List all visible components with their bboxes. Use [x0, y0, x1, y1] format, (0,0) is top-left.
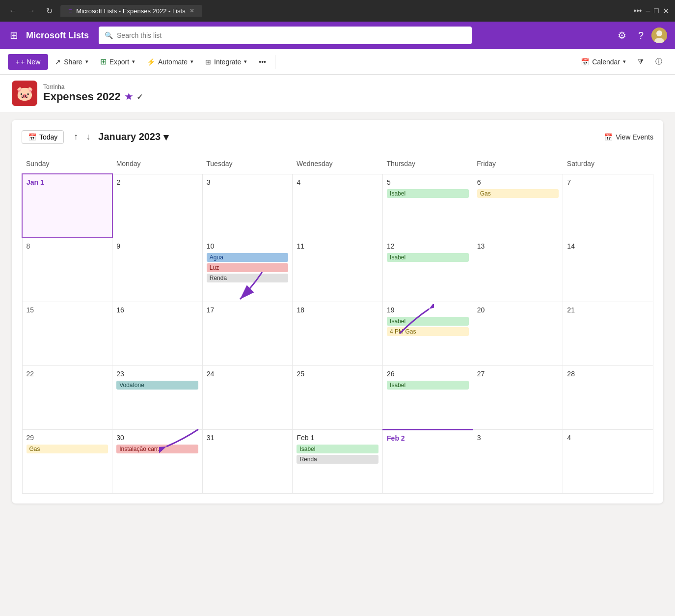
integrate-chevron: ▾ — [244, 58, 247, 65]
header-actions: ⚙ ? — [614, 28, 667, 43]
close-button[interactable]: ✕ — [663, 6, 669, 16]
today-button[interactable]: 📅 Today — [22, 130, 64, 144]
export-button[interactable]: ⊞ Export ▾ — [95, 54, 140, 69]
day-cell[interactable]: 8 — [22, 238, 112, 302]
day-cell[interactable]: 13 — [473, 238, 563, 302]
week-row: 29 Gas 30 Instalação carr... 31 Feb 1 Is… — [22, 429, 653, 493]
day-number: 30 — [116, 434, 198, 442]
info-button[interactable]: ⓘ — [650, 55, 667, 69]
day-cell[interactable]: 25 — [293, 365, 383, 429]
list-owner: Torrinha — [43, 84, 143, 90]
automate-button[interactable]: ⚡ Automate ▾ — [142, 55, 198, 69]
day-cell[interactable]: 11 — [293, 238, 383, 302]
day-cell[interactable]: 29 Gas — [22, 429, 112, 493]
day-cell[interactable]: 26 Isabel — [383, 365, 473, 429]
share-label: Share — [64, 58, 82, 66]
calendar-label: Calendar — [592, 58, 620, 66]
day-cell[interactable]: 12 Isabel — [383, 238, 473, 302]
settings-button[interactable]: ⚙ — [614, 28, 630, 43]
integrate-button[interactable]: ⊞ Integrate ▾ — [200, 55, 252, 69]
event-gas[interactable]: Gas — [27, 445, 108, 453]
day-cell[interactable]: 7 — [563, 174, 653, 238]
event-isabel[interactable]: Isabel — [387, 381, 469, 390]
day-cell[interactable]: 20 — [473, 302, 563, 365]
col-sunday: Sunday — [22, 156, 112, 174]
day-cell[interactable]: 28 — [563, 365, 653, 429]
day-cell[interactable]: 23 Vodafone — [112, 365, 203, 429]
day-number: 15 — [27, 306, 108, 314]
today-icon: 📅 — [28, 133, 36, 141]
refresh-button[interactable]: ↻ — [43, 4, 55, 18]
calendar-card: 📅 Today ↑ ↓ January 2023 ▾ 📅 View Events — [12, 120, 663, 504]
event-vodafone[interactable]: Vodafone — [116, 381, 198, 390]
event-isabel[interactable]: Isabel — [387, 253, 469, 262]
more-options-button[interactable]: ••• — [254, 55, 271, 69]
day-cell[interactable]: 18 — [293, 302, 383, 365]
tab-close[interactable]: ✕ — [189, 7, 194, 14]
day-cell[interactable]: 15 — [22, 302, 112, 365]
day-cell[interactable]: 24 — [202, 365, 293, 429]
new-button[interactable]: + + New — [8, 54, 48, 70]
grid-icon[interactable]: ⊞ — [8, 28, 20, 43]
event-isabel[interactable]: Isabel — [297, 445, 378, 453]
check-icon[interactable]: ✓ — [136, 92, 143, 102]
filter-icon: ⧩ — [638, 57, 644, 66]
star-icon[interactable]: ★ — [125, 91, 133, 102]
export-chevron: ▾ — [132, 58, 135, 65]
day-cell[interactable]: 6 Gas — [473, 174, 563, 238]
event-renda[interactable]: Renda — [297, 455, 378, 464]
day-cell[interactable]: 21 — [563, 302, 653, 365]
day-cell[interactable]: 5 Isabel — [383, 174, 473, 238]
avatar[interactable] — [651, 28, 667, 43]
day-cell[interactable]: 4 — [293, 174, 383, 238]
calendar-button[interactable]: 📅 Calendar ▾ — [576, 55, 631, 69]
help-button[interactable]: ? — [634, 28, 648, 43]
prev-month-button[interactable]: ↑ — [70, 130, 82, 144]
back-button[interactable]: ← — [6, 4, 20, 17]
view-events-label: View Events — [616, 133, 653, 141]
day-cell[interactable]: 3 — [473, 429, 563, 493]
col-monday: Monday — [112, 156, 203, 174]
more-button[interactable]: ••• — [634, 6, 642, 16]
search-input[interactable] — [117, 31, 466, 39]
day-cell[interactable]: 14 — [563, 238, 653, 302]
day-cell[interactable]: 22 — [22, 365, 112, 429]
day-cell-feb2[interactable]: Feb 2 — [383, 429, 473, 493]
forward-button[interactable]: → — [25, 4, 38, 17]
event-instalacao[interactable]: Instalação carr... — [116, 445, 198, 453]
day-number: 17 — [207, 306, 289, 314]
day-cell[interactable]: Jan 1 — [22, 174, 112, 238]
restore-button[interactable]: □ — [654, 6, 659, 16]
day-cell[interactable]: 27 — [473, 365, 563, 429]
day-cell[interactable]: 3 — [202, 174, 293, 238]
day-cell[interactable]: 9 — [112, 238, 203, 302]
month-title[interactable]: January 2023 ▾ — [98, 131, 168, 143]
day-number: 23 — [116, 370, 198, 378]
day-number: 5 — [387, 178, 469, 186]
share-button[interactable]: ↗ Share ▾ — [50, 55, 93, 69]
filter-button[interactable]: ⧩ — [633, 55, 648, 69]
browser-tab[interactable]: ≡ Microsoft Lists - Expenses 2022 - List… — [60, 5, 202, 17]
day-cell[interactable]: Feb 1 Isabel Renda — [293, 429, 383, 493]
day-cell[interactable]: 4 — [563, 429, 653, 493]
event-gas[interactable]: Gas — [477, 189, 559, 198]
day-cell[interactable]: 16 — [112, 302, 203, 365]
new-label: + New — [21, 58, 40, 66]
event-renda[interactable]: Renda — [207, 274, 289, 282]
event-isabel[interactable]: Isabel — [387, 317, 469, 326]
day-cell[interactable]: 10 Agua Luz Renda — [202, 238, 293, 302]
day-cell[interactable]: 2 — [112, 174, 203, 238]
day-cell[interactable]: 17 — [202, 302, 293, 365]
day-cell[interactable]: 31 — [202, 429, 293, 493]
view-events-button[interactable]: 📅 View Events — [604, 133, 653, 141]
event-gas-pm[interactable]: 4 PM Gas — [387, 327, 469, 336]
event-agua[interactable]: Agua — [207, 253, 289, 262]
day-number: 10 — [207, 242, 289, 250]
minimize-button[interactable]: – — [646, 6, 650, 16]
event-luz[interactable]: Luz — [207, 263, 289, 272]
day-cell[interactable]: 30 Instalação carr... — [112, 429, 203, 493]
day-cell[interactable]: 19 Isabel 4 PM Gas — [383, 302, 473, 365]
event-isabel[interactable]: Isabel — [387, 189, 469, 198]
next-month-button[interactable]: ↓ — [82, 130, 94, 144]
automate-label: Automate — [158, 58, 188, 66]
